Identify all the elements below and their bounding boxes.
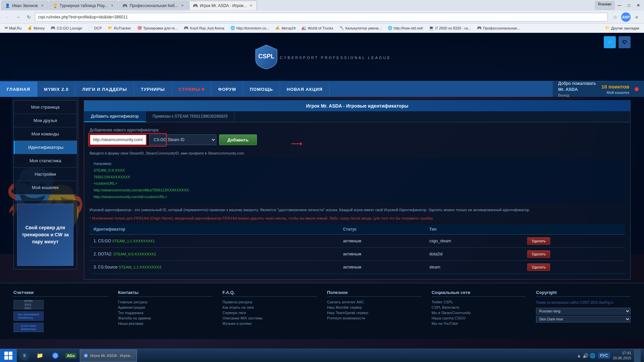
tab-1-close[interactable]: ✕ xyxy=(40,3,45,8)
ad-content[interactable]: Свой сервер для тренировок и CW за пару … xyxy=(17,204,73,266)
tab-2[interactable]: 🏆 Турнирная таблица Play... ✕ xyxy=(49,1,118,10)
bookmark-rutracker[interactable]: 📂 RuTracker xyxy=(105,24,134,32)
input-language[interactable]: РУС xyxy=(598,353,610,359)
abp-button[interactable]: ABP xyxy=(621,12,631,22)
footer-link-howtoplay[interactable]: Как играть на лиге xyxy=(222,305,317,309)
footer-link-main[interactable]: Главные ресурса xyxy=(118,300,213,304)
taskbar-app-chrome[interactable]: Игрок Mr. ASDA - Игров... xyxy=(80,350,137,362)
tab-4[interactable]: 🎮 Игрок Mr. ASDA - Игров... ✕ xyxy=(189,1,257,10)
bookmark-avtor24[interactable]: ✍ Автор24 xyxy=(273,24,298,32)
footer-link-premium[interactable]: Premium возможности xyxy=(327,316,422,320)
nav-promo[interactable]: НОВАЯ АКЦИЯ xyxy=(280,81,330,97)
tab-3-close[interactable]: ✕ xyxy=(180,3,185,8)
address-text: cspl.ru/index.php?ind=profile&op=ids&ide… xyxy=(38,15,128,19)
footer-link-vk[interactable]: CSPL Вконтакте xyxy=(432,305,526,309)
nav-streams[interactable]: СТРИМЫ xyxy=(172,81,212,97)
language-select[interactable]: Russian lang xyxy=(536,308,631,314)
close-button[interactable]: ✕ xyxy=(634,1,643,10)
show-desktop-button[interactable] xyxy=(634,349,641,362)
nav-forum[interactable]: ФОРУМ xyxy=(211,81,243,97)
forward-button[interactable]: → xyxy=(13,12,23,22)
footer-link-mumble[interactable]: Наш Mumble сервер xyxy=(327,305,422,309)
twitter-button[interactable]: 🐦 xyxy=(604,36,616,48)
taskbar-pin-chrome[interactable] xyxy=(48,349,63,362)
maximize-button[interactable]: □ xyxy=(625,1,633,10)
shield-icon-btn[interactable]: 🛡 xyxy=(619,36,631,48)
tab-3[interactable]: 🎮 Профессиональная Киб... ✕ xyxy=(119,1,188,10)
wallet-link[interactable]: Мой кошелек xyxy=(601,90,629,95)
nav-help[interactable]: ПОМОЩЬ xyxy=(243,81,280,97)
id-type-select[interactable]: CS:GO Steam ID DOTA2 ID Steam ID xyxy=(149,134,216,145)
footer-link-music[interactable]: Музыки и ролики xyxy=(222,321,317,325)
footer-link-anticheat[interactable]: Скачать античит AAC xyxy=(327,300,422,304)
footer-link-ads[interactable]: Наша реклама xyxy=(118,321,213,325)
logout-link[interactable]: Выход xyxy=(558,93,596,98)
identifier-input[interactable] xyxy=(90,134,147,145)
footer-link-servers[interactable]: Сервера лиги xyxy=(222,311,317,315)
reload-button[interactable]: ↻ xyxy=(24,12,34,22)
hint-line-2: 7656119XXXXXXXXX xyxy=(94,174,621,181)
bookmark-wot[interactable]: 🚛 World of Trucks xyxy=(299,24,336,32)
delete-button-2[interactable]: Удалить xyxy=(527,250,550,258)
back-button[interactable]: ← xyxy=(3,12,12,22)
address-bar[interactable]: cspl.ru/index.php?ind=profile&op=ids&ide… xyxy=(35,13,608,21)
bookmark-prof[interactable]: 🎮 Профессиональная... xyxy=(474,24,523,32)
footer-link-mix[interactable]: Описание MIX системы xyxy=(222,316,317,320)
footer-link-youtube[interactable]: Мы на YouTube xyxy=(432,321,526,325)
minimize-button[interactable]: — xyxy=(615,1,624,10)
footer-link-support[interactable]: Тех поддержка xyxy=(118,311,213,315)
skin-select[interactable]: Skin Dark-hive xyxy=(536,316,631,322)
nav-home[interactable]: ГЛАВНАЯ xyxy=(0,81,37,97)
delete-button-3[interactable]: Удалить xyxy=(527,263,550,271)
sidebar-stats[interactable]: Моя статистика xyxy=(14,154,77,168)
sidebar-identifiers[interactable]: Идентификаторы xyxy=(14,141,77,154)
bookmark-howold[interactable]: 🌐 http://how-old.net/ xyxy=(385,24,426,32)
taskbar-pin-explorer[interactable]: 📁 xyxy=(32,349,48,362)
bookmark-torrent[interactable]: 🌐 http://torrentom.co... xyxy=(228,24,272,32)
tab-2-close[interactable]: ✕ xyxy=(110,3,114,8)
sidebar-wallet[interactable]: Мой кошелек xyxy=(14,181,77,194)
add-identifier-button[interactable]: Добавить xyxy=(219,134,257,145)
tab-add-identifier[interactable]: Добавить идентификатор xyxy=(84,111,146,122)
footer-col-copyright: Copyright Права на материалы сайта ©2007… xyxy=(536,290,631,332)
footer-link-admin[interactable]: Администрация xyxy=(118,305,213,309)
lang-button[interactable]: Russian xyxy=(595,1,614,10)
sidebar-friends[interactable]: Мои друзья xyxy=(14,114,77,127)
delete-button-1[interactable]: Удалить xyxy=(527,237,550,245)
footer-copyright-text: Права на материалы сайта ©2007-2015 ApoF… xyxy=(536,300,631,305)
sidebar-settings[interactable]: Настройки xyxy=(14,168,77,181)
bookmark-calc[interactable]: 🔧 Калькулятор умени... xyxy=(337,24,384,32)
id-row-1-status: активным xyxy=(339,234,425,247)
bookmark-dcp[interactable]: 📄 DCP xyxy=(86,24,105,32)
start-button[interactable] xyxy=(0,349,17,362)
bookmark-other[interactable]: 📁 Другие закладки xyxy=(602,24,642,32)
id-row-1-action: Удалить xyxy=(523,234,625,247)
bookmark-i7-icon: 💻 xyxy=(429,26,434,30)
bookmark-star[interactable]: ☆ xyxy=(610,12,620,22)
footer-link-complaint[interactable]: Жалоба на админа xyxy=(118,316,213,320)
nav-mymix[interactable]: MYMIX 2.0 xyxy=(37,81,75,97)
taskbar-pin-steam[interactable]: S xyxy=(17,349,32,362)
bookmark-money[interactable]: 💰 Money xyxy=(25,24,47,32)
bookmark-mailru[interactable]: ✉ Mail.Ru xyxy=(2,24,24,32)
footer-link-rules[interactable]: Правила ресурса xyxy=(222,300,317,304)
footer-selects: Russian lang Skin Dark-hive xyxy=(536,308,631,322)
sidebar-mypage[interactable]: Моя страница xyxy=(14,101,77,114)
footer-link-csgo-group[interactable]: Наша группа CSGO xyxy=(432,316,526,320)
bookmark-csgo-lounge[interactable]: 🎮 CS:GO Lounge xyxy=(48,24,85,32)
footer-link-teamspeak[interactable]: Наш TeamSpeak сервер xyxy=(327,311,422,315)
footer-link-steam-community[interactable]: Мы в SteamCommunity xyxy=(432,311,526,315)
nav-help-label: ПОМОЩЬ xyxy=(250,87,273,92)
taskbar-pin-go[interactable]: AGo xyxy=(63,349,78,362)
footer-link-twitter[interactable]: Twitter CSPL xyxy=(432,300,526,304)
sidebar-teams[interactable]: Мои команды xyxy=(14,127,77,141)
bookmark-training[interactable]: 🎯 Тренировки для ге... xyxy=(135,24,181,32)
bookmark-ray[interactable]: 🎮 Клуб Ray Just Arena xyxy=(181,24,227,32)
tab-linked-steam[interactable]: Привязан к STEAM 76561198030266929 xyxy=(146,111,235,122)
nav-leagues[interactable]: ЛИГИ И ЛАДДЕРЫ xyxy=(75,81,134,97)
tab-1[interactable]: 👤 Иван Звонков ✕ xyxy=(1,1,48,10)
menu-button[interactable]: ≡ xyxy=(632,12,641,22)
nav-tournaments[interactable]: ТУРНИРЫ xyxy=(134,81,172,97)
tab-4-close[interactable]: ✕ xyxy=(249,3,253,8)
bookmark-i7[interactable]: 💻 i7 2600 vs 8320 - ск... xyxy=(426,24,474,32)
